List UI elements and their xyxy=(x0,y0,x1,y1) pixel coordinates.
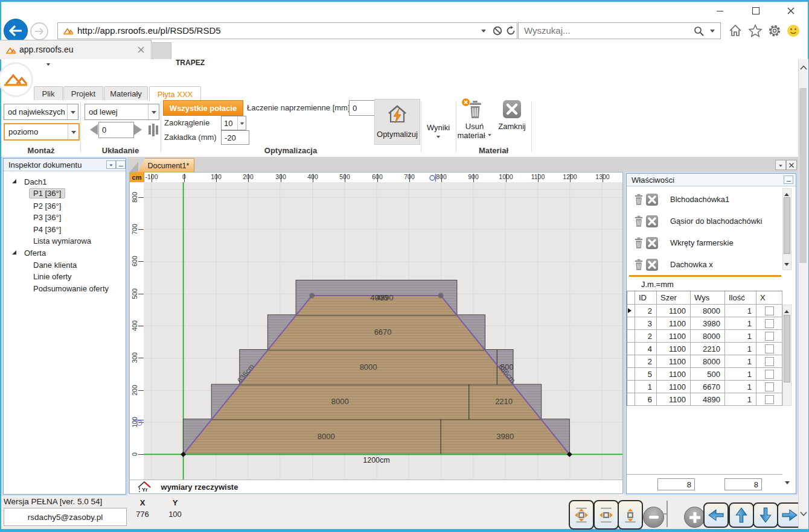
home-icon[interactable] xyxy=(728,24,743,38)
trash-icon[interactable] xyxy=(633,215,645,227)
cell-id[interactable]: 6 xyxy=(635,393,657,406)
material-name[interactable]: Gąsior do blachodachówki xyxy=(670,217,762,226)
table-header-id[interactable]: ID xyxy=(635,291,657,305)
cell-ilosc[interactable]: 1 xyxy=(725,305,756,317)
cell-id[interactable]: 4 xyxy=(635,343,657,355)
stop-icon[interactable] xyxy=(493,26,502,36)
cell-wys[interactable]: 8000 xyxy=(691,305,725,317)
cell-id[interactable]: 2 xyxy=(635,355,657,368)
minimize-button[interactable] xyxy=(706,2,733,20)
email-box[interactable]: rsdachy5@zasoby.pl xyxy=(4,508,127,526)
optimize-button[interactable]: Optymalizuj xyxy=(374,99,420,145)
table-header-ilosc[interactable]: Ilość xyxy=(725,291,756,305)
rounding-select[interactable]: 10 xyxy=(221,116,246,130)
document-area-dropdown-button[interactable] xyxy=(775,160,786,170)
browser-scrollbar[interactable] xyxy=(798,59,808,529)
material-row[interactable]: Dachowka x xyxy=(629,254,780,276)
browser-tab[interactable]: app.rsroofs.eu xyxy=(0,40,152,60)
cell-id[interactable]: 3 xyxy=(635,317,657,330)
materials-scrollbar[interactable] xyxy=(782,188,791,270)
material-name[interactable]: Dachowka x xyxy=(670,260,713,269)
cell-id[interactable]: 1 xyxy=(635,381,657,393)
close-button[interactable] xyxy=(778,2,804,20)
zoom-in-button[interactable] xyxy=(684,507,705,528)
trash-icon[interactable] xyxy=(633,237,645,249)
ribbon-tab-materialy[interactable]: Materiały xyxy=(104,86,148,100)
search-dropdown-icon[interactable] xyxy=(707,25,718,36)
results-button[interactable]: Wyniki xyxy=(423,99,454,144)
overlap-input[interactable]: -20 xyxy=(221,130,249,145)
material-name[interactable]: Wkręty farmerskie xyxy=(670,238,734,247)
cell-szer[interactable]: 1100 xyxy=(657,343,691,355)
cell-ilosc[interactable]: 1 xyxy=(725,368,756,381)
tree-item-p1[interactable]: P1 [36°] xyxy=(29,188,65,198)
distribute-icon[interactable] xyxy=(149,123,158,136)
cell-ilosc[interactable]: 1 xyxy=(725,343,756,355)
scroll-up-icon[interactable] xyxy=(784,191,789,196)
cell-wys[interactable]: 500 xyxy=(691,368,725,381)
scroll-up-icon[interactable] xyxy=(784,308,789,313)
chevron-down-icon[interactable] xyxy=(148,104,159,119)
chevron-down-icon[interactable] xyxy=(237,116,246,130)
checkbox[interactable] xyxy=(765,370,774,379)
checkbox[interactable] xyxy=(765,382,774,391)
new-tab-button[interactable] xyxy=(152,42,171,60)
properties-header[interactable]: Właściwości xyxy=(627,174,796,186)
cell-szer[interactable]: 1100 xyxy=(657,330,691,343)
ribbon-tab-plyta-xxx[interactable]: Płyta XXX xyxy=(149,86,201,101)
checkbox[interactable] xyxy=(765,319,774,328)
document-area-close-button[interactable] xyxy=(786,160,797,170)
remove-x-icon[interactable] xyxy=(646,237,658,249)
material-row[interactable]: Gąsior do blachodachówki xyxy=(629,211,780,232)
properties-minimize-button[interactable] xyxy=(784,176,793,184)
tree-item-linie-oferty[interactable]: Linie oferty xyxy=(33,271,72,282)
cell-szer[interactable]: 1100 xyxy=(657,305,691,317)
feedback-smiley-icon[interactable] xyxy=(786,24,801,38)
cell-wys[interactable]: 8000 xyxy=(691,330,725,343)
checkbox[interactable] xyxy=(765,357,774,366)
checkbox[interactable] xyxy=(765,344,774,353)
cell-wys[interactable]: 6670 xyxy=(691,381,725,393)
panels-table[interactable]: ID Szer Wys Ilość X 2 1100 8000 1 3 1100… xyxy=(627,291,782,406)
materials-scrollbar-thumb[interactable] xyxy=(784,197,790,254)
cell-wys[interactable]: 4890 xyxy=(691,393,725,406)
inspector-header[interactable]: Inspektor dokumentu xyxy=(4,159,126,171)
cell-ilosc[interactable]: 1 xyxy=(725,393,756,406)
pan-down-button[interactable] xyxy=(753,502,778,528)
cell-szer[interactable]: 1100 xyxy=(657,381,691,393)
material-name[interactable]: Blchodachówka1 xyxy=(670,195,729,204)
tree-item-oferta[interactable]: Oferta xyxy=(24,247,46,258)
cell-ilosc[interactable]: 1 xyxy=(725,355,756,368)
maximize-button[interactable] xyxy=(743,2,769,20)
zoom-out-button[interactable] xyxy=(643,507,664,528)
cell-szer[interactable]: 1100 xyxy=(657,368,691,381)
table-header-wys[interactable]: Wys xyxy=(691,291,725,305)
tree-item-dach1[interactable]: Dach1 xyxy=(24,176,47,187)
tree-item-p4[interactable]: P4 [36°] xyxy=(33,224,61,235)
cell-ilosc[interactable]: 1 xyxy=(725,317,756,330)
sort-order-select[interactable]: od najwiekszych xyxy=(4,104,78,120)
scroll-up-icon[interactable] xyxy=(800,65,807,70)
address-dropdown-icon[interactable] xyxy=(478,25,489,36)
ribbon-tab-plik[interactable]: Plik xyxy=(34,86,63,100)
remove-x-icon[interactable] xyxy=(646,259,658,271)
count-input-2[interactable]: 8 xyxy=(724,478,762,490)
address-bar[interactable]: http://app.rsroofs.eu/pl/RSD5/RSD5 xyxy=(57,22,517,39)
drawing-canvas[interactable]: 8000 3980 8000 2210 8000 500 6670 4000 4… xyxy=(144,182,622,480)
cell-szer[interactable]: 1100 xyxy=(657,317,691,330)
checkbox[interactable] xyxy=(765,306,774,315)
trash-icon[interactable] xyxy=(633,194,645,206)
cell-wys[interactable]: 3980 xyxy=(691,317,725,330)
remove-x-icon[interactable] xyxy=(646,194,658,206)
trash-icon[interactable] xyxy=(633,259,645,271)
checkbox[interactable] xyxy=(765,395,774,404)
remove-x-icon[interactable] xyxy=(646,215,658,227)
all-slopes-button[interactable]: Wszystkie połacie xyxy=(163,100,243,116)
tree-expander-icon[interactable] xyxy=(12,250,16,255)
table-scrollbar[interactable] xyxy=(782,305,791,406)
cell-ilosc[interactable]: 1 xyxy=(725,330,756,343)
search-icon[interactable] xyxy=(694,26,704,36)
material-row[interactable]: Blchodachówka1 xyxy=(629,189,780,211)
cell-id[interactable]: 2 xyxy=(635,330,657,343)
app-logo[interactable] xyxy=(0,64,31,95)
